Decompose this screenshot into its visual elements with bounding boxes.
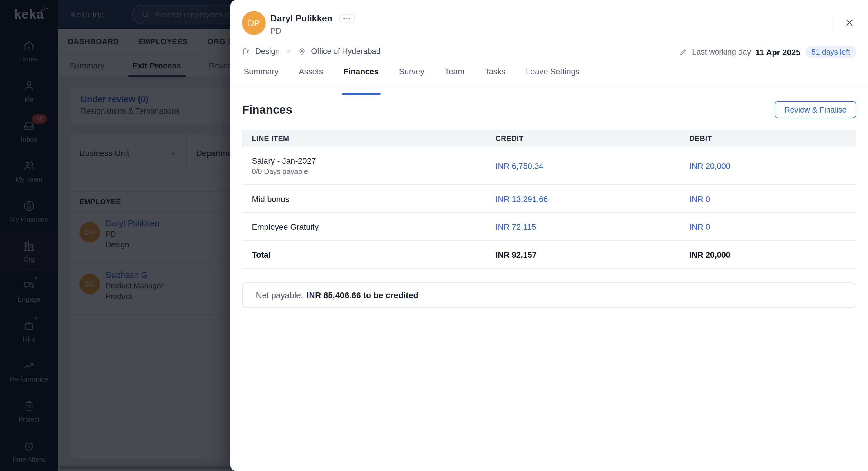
debit-amount-link[interactable]: INR 0 bbox=[689, 222, 710, 231]
last-working-day-date: 11 Apr 2025 bbox=[755, 47, 800, 57]
page-title: Finances bbox=[242, 103, 292, 116]
employee-name-row: Daryl Pulikken bbox=[270, 13, 354, 24]
finances-title-row: Finances Review & Finalise bbox=[242, 101, 857, 118]
debit-amount-link[interactable]: INR 20,000 bbox=[689, 161, 731, 170]
credit-amount-link[interactable]: INR 6,750.34 bbox=[496, 161, 544, 170]
credit-cell: INR 13,291.66 bbox=[496, 193, 689, 204]
net-payable-card: Net payable: INR 85,406.66 to be credite… bbox=[242, 282, 857, 308]
finance-table-row: Salary - Jan-20270/0 Days payableINR 6,7… bbox=[242, 147, 857, 185]
drawer-tab-survey[interactable]: Survey bbox=[399, 67, 424, 86]
net-payable-value: INR 85,406.66 to be credited bbox=[307, 291, 418, 300]
credit-amount-link[interactable]: INR 72,115 bbox=[496, 222, 536, 231]
employee-location: Office of Hyderabad bbox=[311, 47, 381, 56]
drawer-header: DP Daryl Pulikken PD Design Office of Hy… bbox=[230, 0, 868, 67]
line-item-subtext: 0/0 Days payable bbox=[252, 168, 496, 176]
credit-cell: INR 72,115 bbox=[496, 221, 689, 232]
finance-table-row: Mid bonusINR 13,291.66INR 0 bbox=[242, 185, 857, 213]
drawer-tab-finances[interactable]: Finances bbox=[343, 67, 379, 86]
debit-amount-link[interactable]: INR 0 bbox=[689, 194, 710, 203]
edit-pencil-icon[interactable] bbox=[679, 48, 687, 56]
debit-cell: INR 0 bbox=[689, 221, 857, 232]
credit-amount-link[interactable]: INR 13,291.66 bbox=[496, 194, 548, 203]
last-working-day-row: Last working day 11 Apr 2025 51 days lef… bbox=[679, 46, 857, 58]
drawer-tab-assets[interactable]: Assets bbox=[299, 67, 323, 86]
separator-dot bbox=[287, 49, 291, 53]
employee-department: Design bbox=[255, 47, 280, 56]
total-credit: INR 92,157 bbox=[496, 250, 689, 259]
close-icon[interactable] bbox=[844, 17, 855, 28]
more-actions-button[interactable] bbox=[339, 14, 354, 23]
drawer-tabs: SummaryAssetsFinancesSurveyTeamTasksLeav… bbox=[230, 67, 868, 87]
header-divider bbox=[833, 14, 833, 32]
total-label: Total bbox=[242, 250, 496, 259]
finance-table-header: LINE ITEM CREDIT DEBIT bbox=[242, 130, 857, 147]
debit-cell: INR 20,000 bbox=[689, 161, 857, 171]
employee-exit-drawer: DP Daryl Pulikken PD Design Office of Hy… bbox=[230, 0, 868, 471]
credit-cell: INR 6,750.34 bbox=[496, 161, 689, 171]
employee-code: PD bbox=[270, 27, 281, 35]
drawer-tab-summary[interactable]: Summary bbox=[244, 67, 279, 86]
finance-table: LINE ITEM CREDIT DEBIT Salary - Jan-2027… bbox=[242, 130, 857, 269]
col-debit: DEBIT bbox=[689, 134, 857, 143]
avatar: DP bbox=[242, 11, 266, 35]
location-pin-icon bbox=[298, 47, 306, 56]
drawer-body: Finances Review & Finalise LINE ITEM CRE… bbox=[230, 87, 868, 308]
line-item-cell: Salary - Jan-20270/0 Days payable bbox=[242, 150, 496, 182]
last-working-day-label: Last working day bbox=[692, 48, 751, 56]
drawer-tab-leave-settings[interactable]: Leave Settings bbox=[526, 67, 579, 86]
employee-name: Daryl Pulikken bbox=[270, 13, 333, 24]
finance-total-row: Total INR 92,157 INR 20,000 bbox=[242, 241, 857, 269]
line-item-cell: Employee Gratuity bbox=[242, 216, 496, 237]
line-item-name: Mid bonus bbox=[252, 194, 496, 203]
line-item-name: Employee Gratuity bbox=[252, 222, 496, 231]
line-item-name: Salary - Jan-2027 bbox=[252, 156, 496, 165]
total-debit: INR 20,000 bbox=[689, 250, 857, 259]
col-credit: CREDIT bbox=[496, 134, 689, 143]
days-left-badge: 51 days left bbox=[805, 46, 857, 58]
debit-cell: INR 0 bbox=[689, 193, 857, 204]
drawer-tab-team[interactable]: Team bbox=[444, 67, 464, 86]
finance-table-rows: Salary - Jan-20270/0 Days payableINR 6,7… bbox=[242, 147, 857, 241]
col-line-item: LINE ITEM bbox=[242, 134, 496, 143]
line-item-cell: Mid bonus bbox=[242, 188, 496, 209]
finance-table-row: Employee GratuityINR 72,115INR 0 bbox=[242, 213, 857, 241]
app-root: keka Keka Inc Search employees or HomeMe… bbox=[0, 0, 868, 471]
employee-meta-row: Design Office of Hyderabad bbox=[242, 47, 381, 56]
department-icon bbox=[242, 47, 251, 56]
drawer-tab-tasks[interactable]: Tasks bbox=[485, 67, 506, 86]
review-finalise-button[interactable]: Review & Finalise bbox=[774, 101, 857, 118]
net-payable-label: Net payable: bbox=[256, 291, 303, 300]
